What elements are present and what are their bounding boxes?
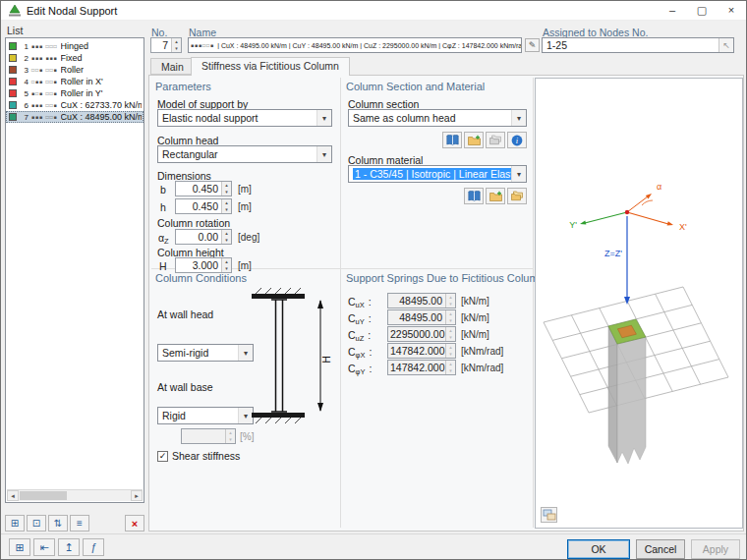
pencil-icon: ✎	[529, 40, 537, 50]
model-of-support-select[interactable]: Elastic nodal support ▾	[157, 109, 332, 127]
assigned-nodes-input[interactable]: 1-25 ↖	[542, 37, 734, 53]
section-title: Column Section and Material	[346, 81, 485, 92]
column-rotation-label: Column rotation	[157, 217, 230, 229]
graphic-settings-button[interactable]	[541, 507, 557, 523]
wall-base-condition-select[interactable]: Rigid ▾	[157, 407, 254, 424]
list-item-label: Roller in Y'	[61, 88, 103, 98]
support-color-swatch	[9, 101, 17, 109]
list-copy-button[interactable]: ⊡	[27, 515, 46, 532]
material-new-button[interactable]	[486, 188, 505, 204]
edit-name-button[interactable]: ✎	[525, 38, 540, 52]
section-library-button[interactable]	[442, 132, 462, 148]
ok-button[interactable]: OK	[567, 539, 630, 559]
scroll-right-icon[interactable]: ▸	[131, 490, 143, 501]
support-pattern-icon: ■■■ □□■	[31, 102, 58, 108]
y-axis-label: Y'	[569, 220, 577, 230]
check-icon: ✓	[159, 452, 167, 461]
column-head-select[interactable]: Rectangular ▾	[157, 145, 332, 163]
close-button[interactable]: ×	[717, 1, 746, 20]
spring-unit: [kN/m]	[461, 329, 489, 340]
list-item[interactable]: 3 □□■ □□■ Roller	[6, 64, 144, 76]
scrollbar-thumb[interactable]	[20, 491, 67, 500]
name-value: | CuX : 48495.00 kN/m | CuY : 48495.00 k…	[217, 42, 521, 49]
apply-button[interactable]: Apply	[691, 539, 740, 559]
section-info-button[interactable]: i	[507, 132, 527, 148]
horizontal-scrollbar[interactable]: ◂ ▸	[7, 489, 143, 501]
list-item[interactable]: 2 ■■■ ■■■ Fixed	[6, 52, 144, 64]
h-label: h	[160, 201, 166, 213]
titlebar[interactable]: Edit Nodal Support – ▢ ×	[1, 1, 746, 21]
support-color-swatch	[9, 78, 17, 85]
b-unit: [m]	[238, 184, 252, 195]
column-section-select[interactable]: Same as column head ▾	[348, 109, 527, 127]
info-icon: i	[511, 135, 523, 146]
spring-cuy-field: 48495.00 ▴▾	[387, 309, 456, 325]
shear-stiffness-checkbox[interactable]: ✓ Shear stiffness	[157, 450, 240, 462]
spring-cuz-field: 2295000.00 ▴▾	[387, 326, 456, 342]
support-listbox[interactable]: 1 ■■■ □□□ Hinged 2 ■■■ ■■■ Fixed 3 □□■ □…	[5, 37, 144, 503]
wall-head-condition-select[interactable]: Semi-rigid ▾	[157, 344, 254, 362]
at-wall-base-label: At wall base	[157, 381, 213, 393]
list-sort-button[interactable]: ⇅	[48, 515, 68, 532]
tab-main[interactable]: Main	[150, 58, 195, 75]
cancel-button[interactable]: Cancel	[636, 539, 685, 559]
column-material-select[interactable]: 1 - C35/45 | Isotropic | Linear Elastic …	[348, 165, 527, 183]
list-item-number: 4	[19, 78, 29, 86]
b-label: b	[160, 184, 166, 196]
support-pattern-icon: ■□■ □□■	[31, 90, 58, 96]
section-copy-button[interactable]	[486, 132, 505, 148]
list-item-selected[interactable]: 7 ■■■ □□■ CuX : 48495.00 kN/m |	[6, 111, 144, 123]
list-item-number: 1	[19, 42, 29, 51]
divider	[533, 78, 534, 528]
minimize-button[interactable]: –	[658, 1, 687, 20]
spinner-icon[interactable]: ▴ ▾	[171, 38, 181, 52]
list-item[interactable]: 5 ■□■ □□■ Roller in Y'	[6, 87, 144, 99]
list-item[interactable]: 1 ■■■ □□□ Hinged	[6, 40, 144, 52]
spinner-icon[interactable]: ▴ ▾	[221, 230, 231, 244]
tab-stiffness-via-fictitious-column[interactable]: Stiffness via Fictitious Column	[191, 57, 350, 76]
library-book-icon	[468, 191, 481, 201]
material-library-button[interactable]	[464, 188, 484, 204]
window-title: Edit Nodal Support	[27, 5, 117, 17]
list-menu-button[interactable]: ≡	[70, 515, 89, 532]
spring-unit: [kNm/rad]	[461, 363, 503, 373]
list-item[interactable]: 6 ■■■ □□■ CuX : 62733.70 kN/m |	[6, 99, 144, 111]
support-color-swatch	[9, 113, 17, 121]
support-pattern-icon: □□■ □□■	[31, 67, 58, 73]
h-unit: [m]	[238, 201, 252, 212]
chevron-down-icon: ▾	[316, 110, 331, 126]
import-button[interactable]: ⇤	[33, 538, 55, 556]
column-rotation-input[interactable]: 0.00 ▴ ▾	[175, 229, 232, 245]
list-item-number: 3	[19, 66, 29, 75]
z-axis-label: Z=Z'	[604, 249, 622, 258]
3d-viewport[interactable]: Y' X' α Z=Z'	[535, 78, 743, 529]
material-copy-button[interactable]	[507, 188, 527, 204]
x-axis-label: X'	[679, 222, 687, 232]
support-color-swatch	[9, 89, 17, 97]
list-label: List	[7, 25, 23, 36]
pick-nodes-button[interactable]: ↖	[718, 38, 733, 52]
maximize-button[interactable]: ▢	[687, 1, 717, 20]
no-input[interactable]: 7 ▴ ▾	[150, 37, 182, 53]
section-title: Support Springs Due to Fictitious Column	[346, 272, 545, 284]
list-new-button[interactable]: ⊞	[5, 515, 25, 532]
list-item[interactable]: 4 □■■ □□■ Roller in X'	[6, 76, 144, 87]
units-and-decimal-places-button[interactable]: ƒ	[83, 538, 104, 556]
section-new-button[interactable]	[464, 132, 484, 148]
h-input[interactable]: 0.450 ▴ ▾	[175, 198, 232, 214]
spring-label: CuX :	[348, 296, 372, 309]
spinner-icon[interactable]: ▴ ▾	[221, 182, 231, 196]
spring-unit: [kN/m]	[461, 312, 489, 323]
copy-folder-icon	[489, 135, 502, 145]
name-input[interactable]: ■■■□□■ | CuX : 48495.00 kN/m | CuY : 484…	[188, 37, 522, 53]
support-pattern-icon: ■■■ □□■	[31, 114, 58, 120]
scroll-left-icon[interactable]: ◂	[7, 490, 19, 501]
spinner-icon[interactable]: ▴ ▾	[221, 199, 231, 213]
list-delete-button[interactable]: ×	[125, 515, 144, 532]
support-preview-graphic: Y' X' α Z=Z'	[536, 79, 742, 528]
settings-grid-button[interactable]: ⊞	[9, 538, 30, 556]
restraint-percent-input: ▴ ▾	[181, 428, 236, 444]
export-button[interactable]: ↥	[58, 538, 80, 556]
b-input[interactable]: 0.450 ▴ ▾	[175, 181, 232, 196]
spring-cphix-field: 147842.000 ▴▾	[387, 343, 456, 359]
